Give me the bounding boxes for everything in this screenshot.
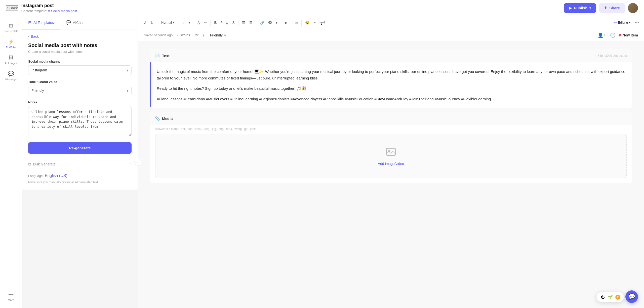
text-block-label: Text <box>162 54 170 58</box>
editor-toolbar: ↺ ↻ Normal ▾ ≡ ▾ A ✏ B I U S ☰ ☲ <box>138 16 644 29</box>
panel-back-button[interactable]: ‹ Back <box>28 34 132 38</box>
header-left: ‹ Back Instagram post Content template: … <box>6 3 77 13</box>
toolbar-separator-2 <box>179 20 179 26</box>
text-block-content[interactable]: Unlock the magic of music from the comfo… <box>150 62 632 108</box>
widget-badge: 2 <box>615 295 620 300</box>
tone-chevron-icon: ▾ <box>224 33 226 37</box>
cut-button[interactable]: ✂ <box>312 20 318 26</box>
ai-writer-icon: ⚡ <box>8 39 14 45</box>
sidebar-item-label-brief-seo: Brief + SEO <box>4 30 18 33</box>
svg-rect-0 <box>386 148 395 155</box>
history-button[interactable]: 🕐 <box>609 31 617 39</box>
new-item-badge[interactable]: New Item <box>619 33 638 37</box>
add-user-button[interactable]: 👤+ <box>597 31 607 39</box>
tone-dropdown[interactable]: Friendly ▾ <box>208 32 228 38</box>
notes-label: Notes <box>28 100 132 104</box>
sidebar-item-brief-seo[interactable]: ⊞ Brief + SEO <box>2 20 21 35</box>
regen-label: Re-generate <box>69 146 91 150</box>
leaf-widget-button[interactable]: 🌱 <box>607 294 613 300</box>
highlight-button[interactable]: ✏ <box>202 20 208 26</box>
panel-collapse-button[interactable]: ‹ <box>134 159 141 166</box>
publish-label: Publish <box>574 6 587 10</box>
chat-button[interactable]: 💬 <box>625 290 638 303</box>
play-button[interactable]: ▶ <box>283 20 289 26</box>
share-icon: ⬆ <box>604 6 607 10</box>
publish-chevron-icon: ▾ <box>589 6 591 10</box>
add-image-video-button[interactable]: Add image/video <box>378 162 404 166</box>
column-button[interactable]: ⊞ <box>293 20 299 26</box>
text-paragraph-3: #PianoLessons #LearnPiano #MusicLovers #… <box>157 96 626 102</box>
tone-select[interactable]: Friendly Professional Casual Formal <box>28 86 132 95</box>
sidebar-item-label-message: Message <box>5 78 17 81</box>
toolbar-separator-8 <box>291 20 291 26</box>
ai-chat-tab-icon: 💬 <box>66 20 71 25</box>
editing-dropdown[interactable]: ✏ Editing ▾ <box>612 20 633 26</box>
numbered-list-button[interactable]: ☲ <box>248 20 254 26</box>
sidebar-item-ai-images[interactable]: 🖼 AI Images <box>2 52 21 67</box>
back-button[interactable]: ‹ Back <box>6 5 18 11</box>
tone-select-wrapper: Friendly Professional Casual Formal ▾ <box>28 86 132 95</box>
language-link[interactable]: English (US) <box>45 173 67 178</box>
panel-body: ‹ Back Social media post with notes Crea… <box>22 29 138 190</box>
align-button[interactable]: ≡ <box>181 20 186 26</box>
image-chevron-button[interactable]: ▾ <box>274 20 279 26</box>
text-block-header: 📄 Text 649 / 3000 characters <box>150 49 632 62</box>
image-button[interactable]: 🖼 <box>267 20 273 26</box>
notes-group: Notes <box>28 100 132 137</box>
eye-button[interactable]: 👁 <box>194 32 200 38</box>
template-desc: Create a social media post with notes <box>28 50 132 54</box>
disclaimer-text: Make sure you manually review all AI gen… <box>28 180 132 185</box>
top-header: ‹ Back Instagram post Content template: … <box>0 0 644 16</box>
power-widget-button[interactable]: ⏻ <box>600 294 605 300</box>
media-block-label: Media <box>162 116 173 121</box>
bullet-list-button[interactable]: ☰ <box>240 20 247 26</box>
text-color-button[interactable]: A <box>196 20 201 26</box>
text-style-dropdown[interactable]: Normal ▾ <box>159 20 177 25</box>
highlight-icon: ✏ <box>204 21 207 25</box>
bulk-generate-row[interactable]: ⧉ Bulk Generate › <box>28 159 132 169</box>
text-paragraph-1: Unlock the magic of music from the comfo… <box>157 68 626 81</box>
italic-button[interactable]: I <box>219 20 223 26</box>
chat-icon: 💬 <box>628 293 635 300</box>
emoji-button[interactable]: 😊 <box>304 20 311 26</box>
toolbar-separator-1 <box>157 20 157 26</box>
share-button[interactable]: ⬆ Share <box>599 3 625 13</box>
back-label: Back <box>9 6 18 10</box>
editing-icon: ✏ <box>614 21 617 25</box>
share-label: Share <box>609 6 620 10</box>
more-icon: ••• <box>8 292 14 297</box>
new-item-label: New Item <box>623 33 638 37</box>
page-title: Instagram post <box>21 3 77 8</box>
header-right: ▶ Publish ▾ ⬆ Share <box>564 3 638 13</box>
align-chevron-button[interactable]: ▾ <box>187 20 192 26</box>
breadcrumb-link[interactable]: Social media post <box>51 9 77 13</box>
redo-button[interactable]: ↻ <box>149 20 155 26</box>
publish-button[interactable]: ▶ Publish ▾ <box>564 3 596 13</box>
underline-button[interactable]: U <box>224 20 230 26</box>
mic-icon: 🎙 <box>202 33 206 37</box>
media-upload-area[interactable]: Add image/video <box>155 134 627 178</box>
user-avatar[interactable] <box>628 3 638 13</box>
sidebar-item-ai-writer[interactable]: ⚡ AI Writer <box>2 36 21 51</box>
strikethrough-button[interactable]: S <box>231 20 236 26</box>
social-channel-select[interactable]: Instagram Facebook Twitter LinkedIn <box>28 65 132 75</box>
sidebar-item-more[interactable]: ••• More <box>2 289 21 304</box>
undo-button[interactable]: ↺ <box>142 20 148 26</box>
regen-button[interactable]: Re-generate <box>28 142 132 154</box>
panel-back-icon: ‹ <box>28 34 29 38</box>
toolbar-separator-9 <box>301 20 302 26</box>
toolbar-more-button[interactable]: ••• <box>634 19 640 26</box>
comment-button[interactable]: 💬 <box>319 20 326 26</box>
language-row: Language: English (US) <box>28 173 132 178</box>
notes-textarea[interactable] <box>28 106 132 136</box>
sidebar-item-message[interactable]: 💬 Message <box>2 68 21 83</box>
social-channel-select-wrapper: Instagram Facebook Twitter LinkedIn ▾ <box>28 65 132 75</box>
toolbar-separator-3 <box>194 20 194 26</box>
tab-ai-chat[interactable]: 💬 AIChat <box>60 16 90 29</box>
bulk-generate-arrow-icon: › <box>130 162 132 166</box>
sidebar-item-label-ai-writer: AI Writer <box>6 46 16 49</box>
media-allowed-files: Allowed file extns: .pdf, .doc, .docx, .… <box>150 125 632 134</box>
tab-ai-templates[interactable]: ⊞ AI Templates <box>22 16 60 29</box>
bold-button[interactable]: B <box>213 20 218 26</box>
link-button[interactable]: 🔗 <box>258 20 266 26</box>
